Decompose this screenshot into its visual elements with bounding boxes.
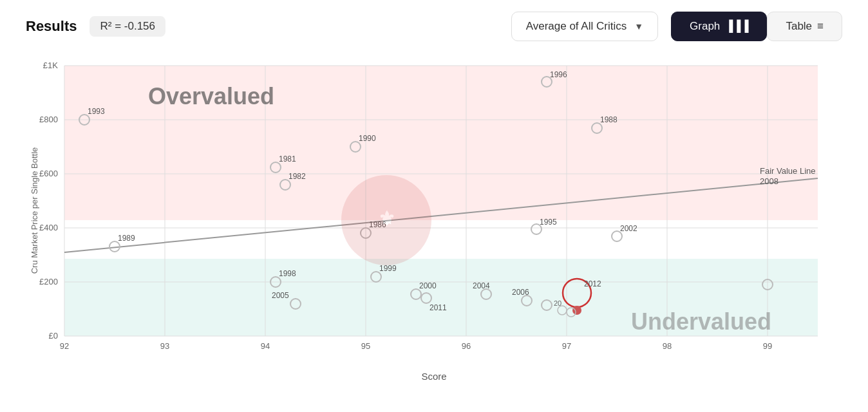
results-label: Results <box>26 18 77 35</box>
svg-text:92: 92 <box>60 341 69 351</box>
view-toggle: Graph ▐▐▐ Table ≡ <box>671 12 842 41</box>
svg-text:1982: 1982 <box>288 172 306 181</box>
svg-text:2002: 2002 <box>620 224 637 233</box>
svg-text:95: 95 <box>361 341 370 351</box>
svg-text:1999: 1999 <box>379 264 397 273</box>
r-squared-badge: R² = -0.156 <box>90 16 165 37</box>
svg-text:£1K: £1K <box>43 61 58 70</box>
bar-chart-icon: ▐▐▐ <box>725 20 748 33</box>
svg-text:2000: 2000 <box>419 281 437 290</box>
table-button[interactable]: Table ≡ <box>767 12 842 41</box>
svg-text:97: 97 <box>562 341 571 351</box>
svg-text:1988: 1988 <box>600 115 618 124</box>
svg-text:Cru Market Price per Single Bo: Cru Market Price per Single Bottle <box>30 147 39 274</box>
svg-text:2011: 2011 <box>429 303 447 312</box>
svg-text:1989: 1989 <box>118 234 135 243</box>
chevron-down-icon: ▼ <box>634 21 643 32</box>
svg-text:20: 20 <box>554 299 561 307</box>
x-axis-label: Score <box>0 371 868 382</box>
top-bar: Results R² = -0.156 Average of All Criti… <box>0 0 868 53</box>
svg-text:94: 94 <box>261 341 270 351</box>
svg-text:£600: £600 <box>39 169 58 178</box>
svg-text:2004: 2004 <box>473 281 490 290</box>
svg-text:93: 93 <box>160 341 169 351</box>
chart-area: Cru Market Price per Single Bottle £1K £… <box>26 53 842 368</box>
critics-dropdown-label: Average of All Critics <box>526 20 627 33</box>
fair-value-line-label: Fair Value Line <box>760 166 815 176</box>
svg-text:£800: £800 <box>39 115 58 124</box>
svg-text:⚜: ⚜ <box>378 208 395 229</box>
svg-text:1995: 1995 <box>540 218 557 227</box>
svg-text:£0: £0 <box>49 331 58 341</box>
critics-dropdown[interactable]: Average of All Critics ▼ <box>511 12 658 41</box>
watermark: ⚜ <box>341 175 431 265</box>
data-point-2012-dot <box>572 306 581 315</box>
svg-text:1990: 1990 <box>359 134 376 143</box>
chart-svg: Cru Market Price per Single Bottle £1K £… <box>26 53 842 368</box>
svg-text:1998: 1998 <box>279 269 296 278</box>
svg-text:96: 96 <box>462 341 471 351</box>
table-icon: ≡ <box>817 20 824 33</box>
svg-text:£200: £200 <box>39 277 58 286</box>
svg-text:99: 99 <box>763 341 772 351</box>
svg-text:2005: 2005 <box>272 291 289 300</box>
svg-text:2012: 2012 <box>584 279 601 288</box>
undervalued-label: Undervalued <box>631 308 771 335</box>
table-label: Table <box>786 20 812 33</box>
svg-text:2006: 2006 <box>512 288 529 297</box>
svg-text:1996: 1996 <box>550 70 567 79</box>
overvalued-label: Overvalued <box>148 83 274 109</box>
svg-text:1993: 1993 <box>88 107 105 116</box>
svg-text:1981: 1981 <box>279 154 296 164</box>
graph-button[interactable]: Graph ▐▐▐ <box>671 12 767 41</box>
svg-text:98: 98 <box>663 341 672 351</box>
graph-label: Graph <box>690 20 720 33</box>
svg-text:£400: £400 <box>39 223 58 232</box>
fair-value-year: 2008 <box>760 176 778 186</box>
